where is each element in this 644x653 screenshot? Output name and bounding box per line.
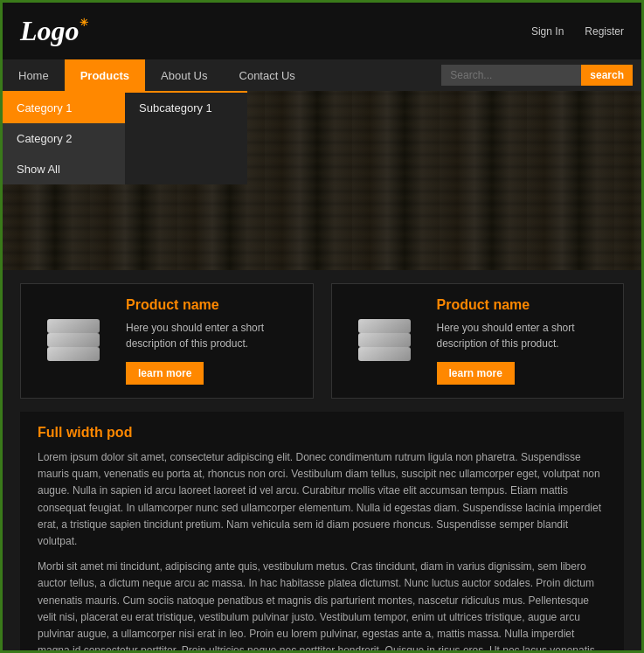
register-link[interactable]: Register <box>585 25 624 38</box>
product-card-1: Product name Here you should enter a sho… <box>20 283 314 399</box>
product-info-1: Product name Here you should enter a sho… <box>126 297 300 385</box>
dropdown-menu: Category 1 Category 2 Show All Subcatego… <box>3 91 247 184</box>
learn-more-button-2[interactable]: learn more <box>437 362 515 385</box>
dropdown-show-all[interactable]: Show All <box>3 154 125 184</box>
stack-layer-5 <box>358 333 411 347</box>
pod-paragraph-2: Morbi sit amet mi tincidunt, adipiscing … <box>38 559 606 653</box>
nav-item-contact[interactable]: Contact Us <box>224 59 311 91</box>
nav-search: search <box>441 65 641 86</box>
nav-bar: Home Products About Us Contact Us search… <box>3 59 641 91</box>
logo: Logo <box>20 15 80 47</box>
nav-links: Home Products About Us Contact Us <box>3 59 311 91</box>
dropdown-category2[interactable]: Category 2 <box>3 123 125 154</box>
stack-layer-3 <box>47 347 100 361</box>
header: Logo Sign In Register <box>3 3 641 59</box>
product-name-1: Product name <box>126 297 300 313</box>
product-info-2: Product name Here you should enter a sho… <box>437 297 611 385</box>
full-width-pod: Full width pod Lorem ipsum dolor sit ame… <box>20 412 624 653</box>
stack-layer-4 <box>358 319 411 333</box>
stack-icon-2 <box>354 310 415 372</box>
product-desc-2: Here you should enter a short descriptio… <box>437 320 611 351</box>
stack-layer-1 <box>47 319 100 333</box>
dropdown-col1: Category 1 Category 2 Show All <box>3 91 125 184</box>
stack-layer-6 <box>358 347 411 361</box>
dropdown-subcategory1[interactable]: Subcategory 1 <box>125 93 247 123</box>
signin-link[interactable]: Sign In <box>531 25 564 38</box>
nav-item-about[interactable]: About Us <box>145 59 223 91</box>
dropdown-col2: Subcategory 1 <box>125 91 247 184</box>
product-name-2: Product name <box>437 297 611 313</box>
product-desc-1: Here you should enter a short descriptio… <box>126 320 300 351</box>
products-section: Product name Here you should enter a sho… <box>3 270 641 412</box>
search-input[interactable] <box>441 65 581 86</box>
dropdown-category1[interactable]: Category 1 <box>3 93 125 123</box>
nav-item-products[interactable]: Products <box>65 59 145 91</box>
search-button[interactable]: search <box>581 65 633 86</box>
pod-title: Full width pod <box>38 425 606 441</box>
pod-paragraph-1: Lorem ipsum dolor sit amet, consectetur … <box>38 449 606 550</box>
header-links: Sign In Register <box>531 25 624 38</box>
stack-layer-2 <box>47 333 100 347</box>
nav-item-home[interactable]: Home <box>3 59 65 91</box>
stack-icon-1 <box>43 310 104 372</box>
product-icon-2 <box>345 302 424 380</box>
product-card-2: Product name Here you should enter a sho… <box>331 283 625 399</box>
learn-more-button-1[interactable]: learn more <box>126 362 204 385</box>
product-icon-1 <box>34 302 113 380</box>
